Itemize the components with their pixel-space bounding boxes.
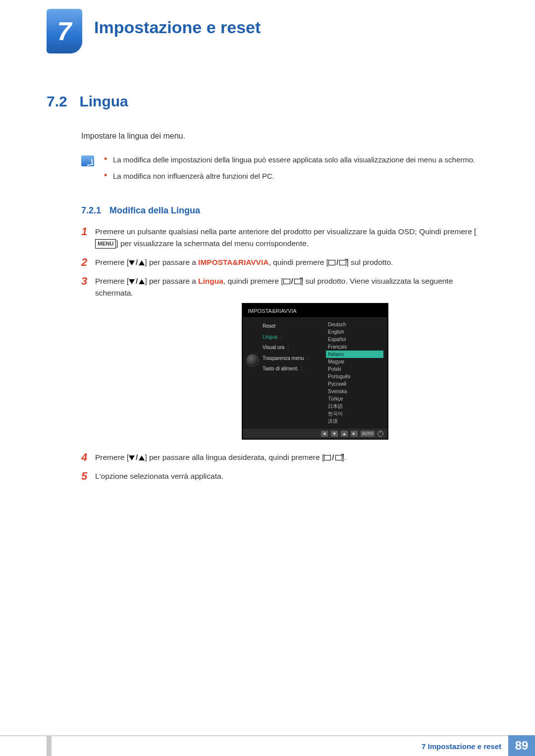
rect-plus-icon [335, 455, 342, 460]
nav-left-icon [321, 431, 328, 437]
nav-down-icon [331, 431, 338, 437]
osd-left-pane: Reset Lingua: Visual ora: Trasparenza me… [243, 318, 322, 429]
step-number: 1 [81, 226, 95, 250]
accent-text: Lingua [198, 277, 223, 285]
note-item: La modifica non influenzerà altre funzio… [104, 171, 475, 182]
rect-plus-icon [294, 279, 301, 284]
step-body: Premere [/] per passare alla lingua desi… [95, 452, 482, 463]
nav-right-icon [351, 431, 358, 437]
rect-icon [328, 260, 335, 265]
osd-language-item: Türkçe [326, 395, 383, 403]
step: 3 Premere [/] per passare a Lingua, quin… [81, 275, 482, 445]
osd-menu: Reset Lingua: Visual ora: Trasparenza me… [263, 321, 317, 374]
step-number: 3 [81, 275, 95, 445]
osd-language-item: 汉语 [326, 417, 383, 425]
osd-menu-item: Reset [263, 321, 317, 332]
step-body: Premere un pulsante qualsiasi nella part… [95, 226, 482, 250]
footer-accent [47, 736, 52, 756]
rect-icon [324, 455, 331, 460]
chapter-badge: 7 [47, 9, 82, 53]
osd-menu-item: Tasto di aliment.: [263, 363, 317, 374]
osd-language-list: DeutschEnglishEspañolFrançaisItalianoMag… [326, 321, 383, 425]
step: 2 Premere [/] per passare a IMPOSTA&RIAV… [81, 256, 482, 268]
step-body: Premere [/] per passare a Lingua, quindi… [95, 275, 482, 445]
osd-language-item: Deutsch [326, 321, 383, 328]
chapter-number: 7 [57, 16, 72, 46]
osd-language-item: Polski [326, 365, 383, 373]
triangle-up-icon [139, 260, 145, 265]
power-icon [377, 431, 383, 437]
step-number: 4 [81, 452, 95, 463]
step-number: 5 [81, 470, 95, 482]
rect-plus-icon [339, 260, 346, 265]
osd-menu-item: Trasparenza menu: [263, 353, 317, 364]
section-intro: Impostare la lingua dei menu. [81, 132, 482, 141]
osd-language-item: Español [326, 336, 383, 343]
osd-language-item: Português [326, 373, 383, 380]
triangle-down-icon [129, 279, 135, 284]
subsection-heading: 7.2.1 Modifica della Lingua [81, 205, 482, 216]
osd-screenshot: IMPOSTA&RIAVVIA Reset Lingua: Visual ora… [242, 303, 388, 440]
accent-text: IMPOSTA&RIAVVIA [198, 258, 268, 266]
footer-page-number: 89 [508, 735, 535, 756]
osd-language-item: Русский [326, 380, 383, 388]
note-item: La modifica delle impostazioni della lin… [104, 154, 475, 166]
step: 5 L'opzione selezionata verrà applicata. [81, 470, 482, 482]
footer-text: 7 Impostazione e reset [422, 742, 501, 751]
osd-menu-item: Visual ora: [263, 342, 317, 353]
subsection-title: Modifica della Lingua [109, 205, 200, 215]
step: 4 Premere [/] per passare alla lingua de… [81, 452, 482, 463]
auto-button-label: AUTO [361, 431, 374, 437]
step: 1 Premere un pulsante qualsiasi nella pa… [81, 226, 482, 250]
menu-button-label: MENU [95, 239, 116, 249]
section-heading: 7.2 Lingua [47, 93, 482, 110]
step-number: 2 [81, 256, 95, 268]
rect-icon [283, 279, 290, 284]
note-block: La modifica delle impostazioni della lin… [81, 154, 482, 187]
step-body: L'opzione selezionata verrà applicata. [95, 470, 482, 482]
section-title: Lingua [79, 93, 128, 109]
page-content: 7.2 Lingua Impostare la lingua dei menu.… [47, 93, 482, 490]
osd-title: IMPOSTA&RIAVVIA [243, 304, 387, 318]
osd-language-item: English [326, 328, 383, 336]
osd-body: Reset Lingua: Visual ora: Trasparenza me… [243, 318, 387, 429]
triangle-down-icon [129, 455, 135, 460]
section-number: 7.2 [47, 93, 77, 110]
page-footer: 7 Impostazione e reset 89 [0, 735, 535, 756]
osd-right-pane: DeutschEnglishEspañolFrançaisItalianoMag… [322, 318, 387, 429]
osd-language-item: Français [326, 343, 383, 351]
steps-list: 1 Premere un pulsante qualsiasi nella pa… [81, 226, 482, 483]
step-body: Premere [/] per passare a IMPOSTA&RIAVVI… [95, 256, 482, 268]
triangle-up-icon [139, 279, 145, 284]
subsection-number: 7.2.1 [81, 205, 101, 215]
osd-language-item: 日本語 [326, 403, 383, 410]
note-list: La modifica delle impostazioni della lin… [104, 154, 475, 187]
chapter-title: Impostazione e reset [94, 18, 261, 37]
triangle-down-icon [129, 260, 135, 265]
footer-bar: 7 Impostazione e reset [0, 735, 508, 756]
osd-language-item-selected: Italiano [326, 351, 383, 358]
note-icon [81, 155, 94, 166]
nav-up-icon [341, 431, 348, 437]
triangle-up-icon [139, 455, 145, 460]
osd-bottom-bar: AUTO [243, 429, 387, 439]
joystick-icon [247, 354, 259, 366]
osd-language-item: Svenska [326, 388, 383, 395]
osd-language-item: Magyar [326, 358, 383, 365]
osd-menu-item-selected: Lingua: [263, 332, 317, 343]
osd-language-item: 한국어 [326, 410, 383, 417]
